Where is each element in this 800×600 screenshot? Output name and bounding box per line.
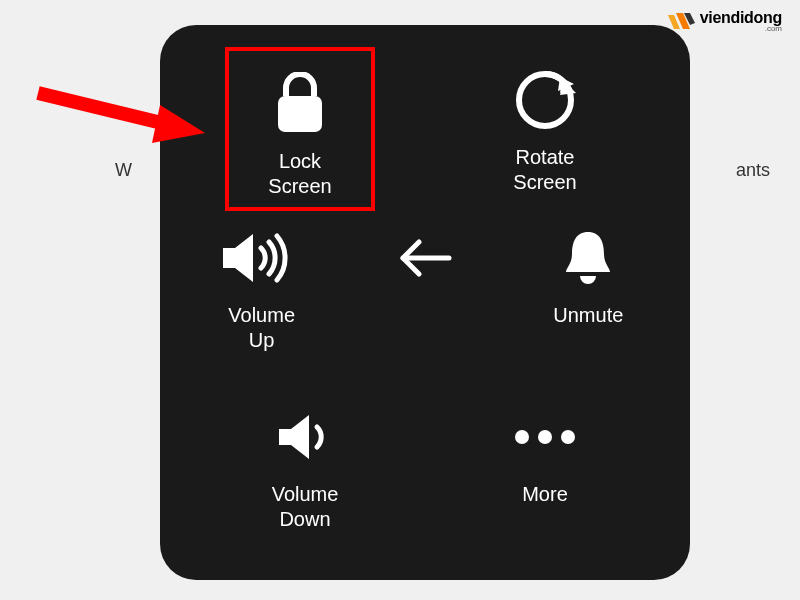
rotate-icon [512,65,578,135]
arrow-left-icon [395,223,455,293]
more-button[interactable]: More [455,392,635,507]
volume-up-label: VolumeUp [228,303,295,353]
svg-marker-1 [152,105,205,143]
bell-icon [560,223,616,293]
svg-point-9 [561,430,575,444]
svg-rect-2 [278,96,322,132]
assistive-touch-panel: LockScreen RotateScreen [160,25,690,580]
lock-screen-label: LockScreen [268,149,331,199]
svg-point-7 [515,430,529,444]
watermark: viendidong .com [666,10,782,33]
watermark-suffix: .com [765,25,782,33]
volume-down-label: VolumeDown [272,482,339,532]
more-icon [510,402,580,472]
unmute-label: Unmute [553,303,623,328]
background-text-right: ants [736,160,770,181]
background-text-left: W [115,160,132,181]
highlight-arrow-icon [30,75,210,145]
volume-up-button[interactable]: VolumeUp [182,223,342,353]
more-label: More [522,482,568,507]
rotate-screen-label: RotateScreen [513,145,576,195]
volume-up-icon [219,223,305,293]
svg-point-8 [538,430,552,444]
svg-line-0 [38,93,170,125]
volume-down-icon [273,402,337,472]
back-button[interactable] [345,223,505,303]
lock-icon [272,69,328,139]
volume-down-button[interactable]: VolumeDown [215,392,395,532]
lock-screen-button[interactable]: LockScreen [225,47,375,211]
unmute-button[interactable]: Unmute [508,223,668,328]
rotate-screen-button[interactable]: RotateScreen [465,55,625,195]
